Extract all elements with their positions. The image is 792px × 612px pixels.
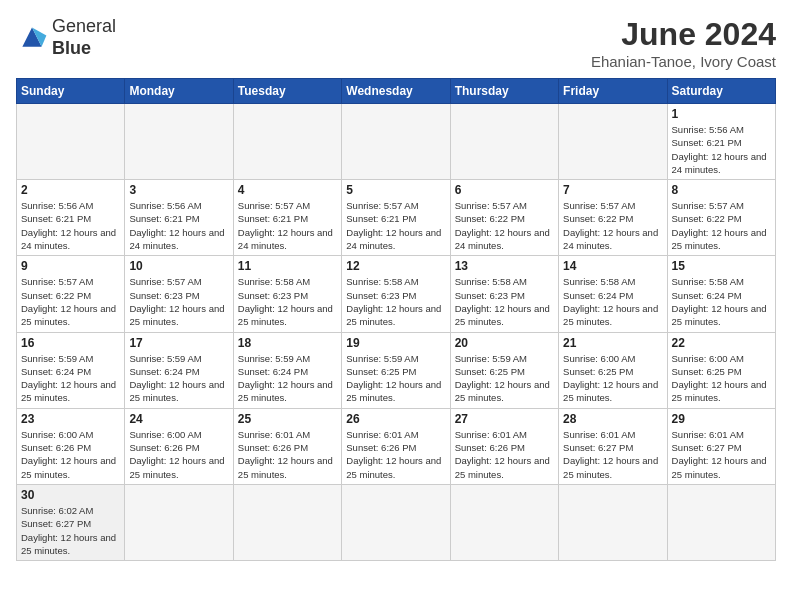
day-info: Sunrise: 5:56 AMSunset: 6:21 PMDaylight:…	[129, 199, 228, 252]
day-info: Sunrise: 5:57 AMSunset: 6:22 PMDaylight:…	[672, 199, 771, 252]
calendar-cell	[342, 104, 450, 180]
day-number: 29	[672, 412, 771, 426]
calendar-cell: 23Sunrise: 6:00 AMSunset: 6:26 PMDayligh…	[17, 408, 125, 484]
day-info: Sunrise: 5:59 AMSunset: 6:24 PMDaylight:…	[21, 352, 120, 405]
calendar-table: Sunday Monday Tuesday Wednesday Thursday…	[16, 78, 776, 561]
day-number: 3	[129, 183, 228, 197]
calendar-cell: 20Sunrise: 5:59 AMSunset: 6:25 PMDayligh…	[450, 332, 558, 408]
day-number: 7	[563, 183, 662, 197]
calendar-cell: 3Sunrise: 5:56 AMSunset: 6:21 PMDaylight…	[125, 180, 233, 256]
day-info: Sunrise: 6:01 AMSunset: 6:26 PMDaylight:…	[346, 428, 445, 481]
col-friday: Friday	[559, 79, 667, 104]
col-thursday: Thursday	[450, 79, 558, 104]
col-saturday: Saturday	[667, 79, 775, 104]
day-number: 1	[672, 107, 771, 121]
calendar-cell: 7Sunrise: 5:57 AMSunset: 6:22 PMDaylight…	[559, 180, 667, 256]
day-info: Sunrise: 6:02 AMSunset: 6:27 PMDaylight:…	[21, 504, 120, 557]
calendar-cell: 1Sunrise: 5:56 AMSunset: 6:21 PMDaylight…	[667, 104, 775, 180]
day-number: 19	[346, 336, 445, 350]
month-year-title: June 2024	[591, 16, 776, 53]
day-number: 15	[672, 259, 771, 273]
calendar-cell	[667, 484, 775, 560]
calendar-cell: 18Sunrise: 5:59 AMSunset: 6:24 PMDayligh…	[233, 332, 341, 408]
day-number: 2	[21, 183, 120, 197]
calendar-cell: 13Sunrise: 5:58 AMSunset: 6:23 PMDayligh…	[450, 256, 558, 332]
day-number: 16	[21, 336, 120, 350]
calendar-cell: 16Sunrise: 5:59 AMSunset: 6:24 PMDayligh…	[17, 332, 125, 408]
calendar-cell: 26Sunrise: 6:01 AMSunset: 6:26 PMDayligh…	[342, 408, 450, 484]
day-info: Sunrise: 5:57 AMSunset: 6:22 PMDaylight:…	[455, 199, 554, 252]
day-info: Sunrise: 5:58 AMSunset: 6:24 PMDaylight:…	[563, 275, 662, 328]
col-monday: Monday	[125, 79, 233, 104]
calendar-cell: 8Sunrise: 5:57 AMSunset: 6:22 PMDaylight…	[667, 180, 775, 256]
day-number: 20	[455, 336, 554, 350]
day-number: 22	[672, 336, 771, 350]
page-header: GeneralBlue June 2024 Ehanian-Tanoe, Ivo…	[16, 16, 776, 70]
calendar-cell	[125, 104, 233, 180]
location-subtitle: Ehanian-Tanoe, Ivory Coast	[591, 53, 776, 70]
day-number: 6	[455, 183, 554, 197]
day-number: 8	[672, 183, 771, 197]
day-info: Sunrise: 5:57 AMSunset: 6:22 PMDaylight:…	[563, 199, 662, 252]
calendar-week-row: 23Sunrise: 6:00 AMSunset: 6:26 PMDayligh…	[17, 408, 776, 484]
calendar-cell	[342, 484, 450, 560]
day-number: 13	[455, 259, 554, 273]
title-block: June 2024 Ehanian-Tanoe, Ivory Coast	[591, 16, 776, 70]
day-number: 28	[563, 412, 662, 426]
day-info: Sunrise: 6:01 AMSunset: 6:26 PMDaylight:…	[238, 428, 337, 481]
day-number: 10	[129, 259, 228, 273]
day-number: 24	[129, 412, 228, 426]
calendar-cell	[559, 484, 667, 560]
day-number: 25	[238, 412, 337, 426]
day-number: 12	[346, 259, 445, 273]
calendar-cell: 22Sunrise: 6:00 AMSunset: 6:25 PMDayligh…	[667, 332, 775, 408]
day-info: Sunrise: 5:58 AMSunset: 6:24 PMDaylight:…	[672, 275, 771, 328]
calendar-cell: 9Sunrise: 5:57 AMSunset: 6:22 PMDaylight…	[17, 256, 125, 332]
calendar-cell	[233, 484, 341, 560]
calendar-cell: 21Sunrise: 6:00 AMSunset: 6:25 PMDayligh…	[559, 332, 667, 408]
day-number: 9	[21, 259, 120, 273]
day-info: Sunrise: 5:58 AMSunset: 6:23 PMDaylight:…	[455, 275, 554, 328]
calendar-cell: 19Sunrise: 5:59 AMSunset: 6:25 PMDayligh…	[342, 332, 450, 408]
calendar-cell: 10Sunrise: 5:57 AMSunset: 6:23 PMDayligh…	[125, 256, 233, 332]
day-info: Sunrise: 6:01 AMSunset: 6:27 PMDaylight:…	[672, 428, 771, 481]
day-info: Sunrise: 5:59 AMSunset: 6:24 PMDaylight:…	[238, 352, 337, 405]
calendar-cell: 2Sunrise: 5:56 AMSunset: 6:21 PMDaylight…	[17, 180, 125, 256]
day-info: Sunrise: 6:00 AMSunset: 6:26 PMDaylight:…	[21, 428, 120, 481]
day-info: Sunrise: 6:00 AMSunset: 6:25 PMDaylight:…	[672, 352, 771, 405]
day-info: Sunrise: 5:56 AMSunset: 6:21 PMDaylight:…	[21, 199, 120, 252]
col-wednesday: Wednesday	[342, 79, 450, 104]
day-info: Sunrise: 5:59 AMSunset: 6:25 PMDaylight:…	[455, 352, 554, 405]
logo-text: GeneralBlue	[52, 16, 116, 59]
col-tuesday: Tuesday	[233, 79, 341, 104]
day-info: Sunrise: 5:59 AMSunset: 6:25 PMDaylight:…	[346, 352, 445, 405]
day-info: Sunrise: 6:00 AMSunset: 6:25 PMDaylight:…	[563, 352, 662, 405]
calendar-cell: 15Sunrise: 5:58 AMSunset: 6:24 PMDayligh…	[667, 256, 775, 332]
calendar-cell	[17, 104, 125, 180]
calendar-cell: 6Sunrise: 5:57 AMSunset: 6:22 PMDaylight…	[450, 180, 558, 256]
calendar-week-row: 2Sunrise: 5:56 AMSunset: 6:21 PMDaylight…	[17, 180, 776, 256]
calendar-cell: 12Sunrise: 5:58 AMSunset: 6:23 PMDayligh…	[342, 256, 450, 332]
calendar-header-row: Sunday Monday Tuesday Wednesday Thursday…	[17, 79, 776, 104]
calendar-cell: 17Sunrise: 5:59 AMSunset: 6:24 PMDayligh…	[125, 332, 233, 408]
calendar-week-row: 16Sunrise: 5:59 AMSunset: 6:24 PMDayligh…	[17, 332, 776, 408]
calendar-cell: 5Sunrise: 5:57 AMSunset: 6:21 PMDaylight…	[342, 180, 450, 256]
calendar-cell	[559, 104, 667, 180]
day-info: Sunrise: 5:57 AMSunset: 6:21 PMDaylight:…	[346, 199, 445, 252]
day-info: Sunrise: 5:57 AMSunset: 6:22 PMDaylight:…	[21, 275, 120, 328]
day-number: 23	[21, 412, 120, 426]
day-info: Sunrise: 5:57 AMSunset: 6:23 PMDaylight:…	[129, 275, 228, 328]
calendar-cell: 30Sunrise: 6:02 AMSunset: 6:27 PMDayligh…	[17, 484, 125, 560]
day-number: 11	[238, 259, 337, 273]
day-number: 4	[238, 183, 337, 197]
day-info: Sunrise: 5:58 AMSunset: 6:23 PMDaylight:…	[238, 275, 337, 328]
calendar-cell	[450, 104, 558, 180]
calendar-cell	[233, 104, 341, 180]
calendar-cell	[125, 484, 233, 560]
calendar-week-row: 1Sunrise: 5:56 AMSunset: 6:21 PMDaylight…	[17, 104, 776, 180]
day-info: Sunrise: 5:59 AMSunset: 6:24 PMDaylight:…	[129, 352, 228, 405]
day-info: Sunrise: 6:01 AMSunset: 6:27 PMDaylight:…	[563, 428, 662, 481]
day-number: 30	[21, 488, 120, 502]
logo: GeneralBlue	[16, 16, 116, 59]
day-number: 18	[238, 336, 337, 350]
